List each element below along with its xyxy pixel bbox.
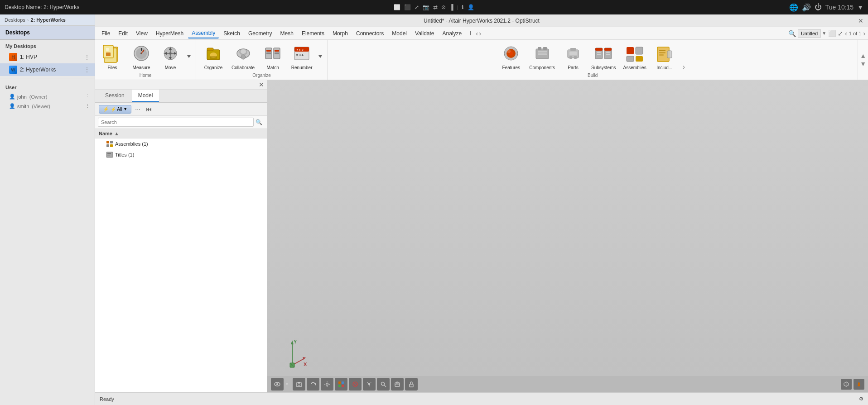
system-bar-title: Desktop Name: 2: HyperWorks — [5, 4, 79, 10]
camera-icon[interactable]: 📷 — [423, 4, 429, 10]
info-icon[interactable]: ℹ — [462, 4, 464, 10]
share-icon[interactable]: ⇄ — [433, 4, 438, 10]
dropdown-arrow-icon[interactable]: ▼ — [857, 4, 863, 11]
block-icon[interactable]: ⊘ — [441, 4, 446, 10]
person-icon[interactable]: 👤 — [468, 4, 474, 10]
bars-icon[interactable]: ▐ — [449, 4, 453, 10]
clock-time: Tue 10:15 — [825, 4, 854, 11]
system-bar-center: ⬜ ⬛ ⤢ 📷 ⇄ ⊘ ▐ | ℹ 👤 — [394, 4, 474, 10]
power-icon[interactable]: ⏻ — [815, 3, 822, 11]
monitor-icon[interactable]: ⬜ — [394, 4, 400, 10]
expand-icon[interactable]: ⤢ — [415, 4, 419, 10]
copy-icon[interactable]: ⬛ — [404, 4, 411, 10]
desktop-name-label: Desktop Name: 2: HyperWorks — [5, 4, 79, 10]
system-bar: Desktop Name: 2: HyperWorks ⬜ ⬛ ⤢ 📷 ⇄ ⊘ … — [0, 0, 868, 14]
network-icon[interactable]: 🌐 — [789, 3, 798, 12]
system-bar-right: 🌐 🔊 ⏻ Tue 10:15 ▼ — [789, 3, 863, 12]
volume-icon[interactable]: 🔊 — [802, 3, 811, 12]
